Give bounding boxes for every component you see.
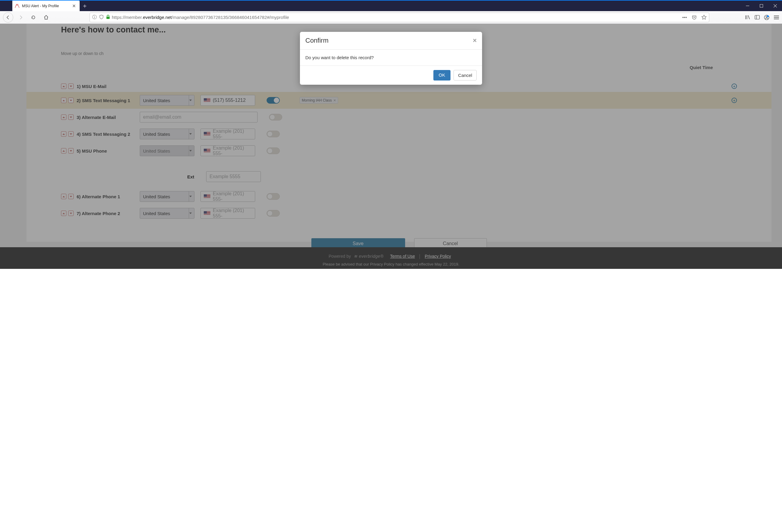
window-close-button[interactable] xyxy=(768,1,782,11)
url-text: https://member.everbridge.net/manage/892… xyxy=(112,15,680,20)
window-maximize-button[interactable] xyxy=(754,1,768,11)
tab-title: MSU Alert - My Profile xyxy=(22,4,71,8)
nav-back-button[interactable] xyxy=(3,12,13,23)
svg-rect-4 xyxy=(106,16,110,19)
modal-cancel-button[interactable]: Cancel xyxy=(454,70,477,80)
nav-home-button[interactable] xyxy=(41,12,51,23)
nav-reload-button[interactable] xyxy=(28,12,38,23)
svg-rect-1 xyxy=(760,4,763,7)
new-tab-button[interactable]: ＋ xyxy=(80,1,90,11)
tab-favicon-icon xyxy=(15,4,20,8)
modal-title: Confirm xyxy=(305,37,473,44)
page-viewport: Here's how to contact me... Move up or d… xyxy=(0,24,782,269)
nav-forward-button[interactable] xyxy=(15,12,26,23)
pocket-icon[interactable] xyxy=(691,15,697,20)
window-controls xyxy=(741,1,782,11)
modal-body-text: Do you want to delete this record? xyxy=(300,49,482,66)
library-icon[interactable] xyxy=(745,15,750,20)
modal-close-icon[interactable]: × xyxy=(473,37,477,44)
window-titlebar: MSU Alert - My Profile ✕ ＋ xyxy=(0,0,782,11)
modal-overlay[interactable]: Confirm × Do you want to delete this rec… xyxy=(0,24,782,269)
app-menu-button[interactable] xyxy=(774,15,779,20)
window-minimize-button[interactable] xyxy=(741,1,754,11)
confirm-dialog: Confirm × Do you want to delete this rec… xyxy=(300,32,482,85)
browser-toolbar: ⓘ https://member.everbridge.net/manage/8… xyxy=(0,11,782,24)
page-info-icon[interactable]: ⓘ xyxy=(92,14,97,20)
sidebar-icon[interactable] xyxy=(754,15,760,20)
svg-rect-8 xyxy=(755,15,759,19)
lock-icon[interactable] xyxy=(106,15,110,20)
bookmark-star-icon[interactable] xyxy=(701,15,707,20)
svg-line-7 xyxy=(748,15,749,19)
account-icon[interactable] xyxy=(764,15,769,20)
modal-ok-button[interactable]: OK xyxy=(433,70,451,80)
shield-icon[interactable] xyxy=(99,15,104,20)
tab-close-icon[interactable]: ✕ xyxy=(71,3,77,9)
url-bar[interactable]: ⓘ https://member.everbridge.net/manage/8… xyxy=(90,13,709,22)
page-actions-icon[interactable]: ••• xyxy=(682,15,687,20)
browser-tab-active[interactable]: MSU Alert - My Profile ✕ xyxy=(12,1,80,11)
